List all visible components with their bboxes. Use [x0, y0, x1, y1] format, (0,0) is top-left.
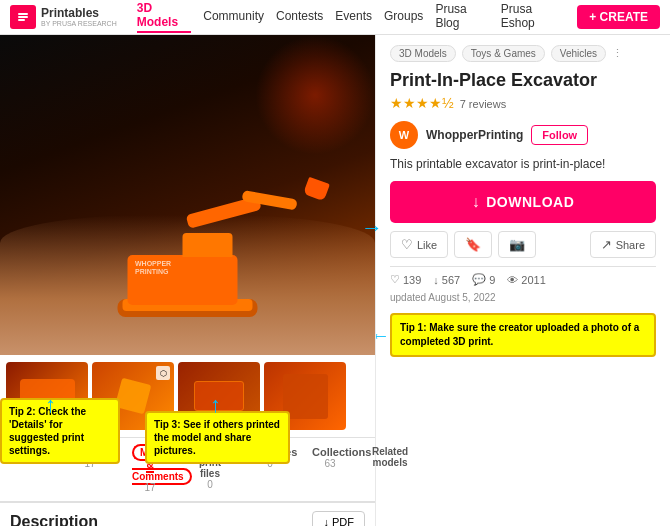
cyan-arrow-tip1-left: ←: [375, 321, 390, 349]
author-name[interactable]: WhopperPrinting: [426, 128, 523, 142]
follow-button[interactable]: Follow: [531, 125, 588, 145]
nav-3d-models[interactable]: 3D Models: [137, 1, 192, 33]
tip3-box: Tip 3: See if others printed the model a…: [145, 411, 290, 464]
logo[interactable]: Printables BY PRUSA RESEARCH: [10, 5, 117, 29]
share-button[interactable]: ↗ Share: [590, 231, 656, 258]
views-count: 2011: [521, 274, 545, 286]
download-stat-icon: ↓: [433, 274, 439, 286]
comments-count: 9: [489, 274, 495, 286]
likes-stat: ♡ 139: [390, 273, 421, 286]
cyan-arrow-tip3: ↑: [210, 392, 221, 418]
nav-events[interactable]: Events: [335, 9, 372, 25]
heart-icon: ♡: [401, 237, 413, 252]
pdf-button[interactable]: ↓ PDF: [312, 511, 365, 526]
svg-rect-2: [18, 19, 25, 21]
tip1-box: Tip 1: Make sure the creator uploaded a …: [390, 313, 656, 357]
breadcrumbs: 3D Models Toys & Games Vehicles ⋮: [390, 45, 656, 62]
description-area: Description ↓ PDF Introducing the print-…: [0, 503, 375, 526]
author-row: W WhopperPrinting Follow: [390, 121, 656, 149]
left-panel: WHOPPERPRINTING →: [0, 35, 375, 526]
star-rating: ★★★★½: [390, 95, 454, 111]
nav-prusa-blog[interactable]: Prusa Blog: [435, 2, 488, 32]
prusa-icon: [15, 9, 31, 25]
downloads-count: 567: [442, 274, 460, 286]
tab-related-models[interactable]: Related models: [360, 438, 420, 501]
download-button[interactable]: ↓ DOWNLOAD: [390, 181, 656, 223]
share-icon: ↗: [601, 237, 612, 252]
author-avatar: W: [390, 121, 418, 149]
stats-row: ♡ 139 ↓ 567 💬 9 👁 2011: [390, 273, 656, 286]
tip2-box: Tip 2: Check the 'Details' for suggested…: [0, 398, 120, 464]
navigation: Printables BY PRUSA RESEARCH 3D Models C…: [0, 0, 670, 35]
logo-text: Printables BY PRUSA RESEARCH: [41, 7, 117, 28]
bookmark-button[interactable]: 🔖: [454, 231, 492, 258]
main-product-image[interactable]: WHOPPERPRINTING: [0, 35, 375, 355]
cyan-arrow-tip1: →: [361, 215, 383, 241]
svg-rect-0: [18, 13, 28, 15]
download-label: DOWNLOAD: [486, 194, 574, 210]
stats-separator: [390, 266, 656, 267]
views-stat: 👁 2011: [507, 274, 545, 286]
description-header: Description ↓ PDF: [10, 511, 365, 526]
nav-groups[interactable]: Groups: [384, 9, 423, 25]
tab-collections[interactable]: Collections 63: [300, 438, 360, 501]
action-row: ♡ Like 🔖 📷 ↗ Share: [390, 231, 656, 258]
heart-stat-icon: ♡: [390, 273, 400, 286]
logo-icon: [10, 5, 36, 29]
share-label: Share: [616, 239, 645, 251]
product-title: Print-In-Place Excavator: [390, 70, 656, 91]
product-tagline: This printable excavator is print-in-pla…: [390, 157, 656, 171]
cyan-arrow-tip2: ↑: [45, 392, 56, 418]
comment-stat-icon: 💬: [472, 273, 486, 286]
updated-text: updated August 5, 2022: [390, 292, 656, 303]
nav-contests[interactable]: Contests: [276, 9, 323, 25]
tip1-text: Make sure the creator uploaded a photo o…: [400, 322, 639, 347]
breadcrumb-3d-models[interactable]: 3D Models: [390, 45, 456, 62]
create-button[interactable]: + CREATE: [577, 5, 660, 29]
downloads-stat: ↓ 567: [433, 274, 460, 286]
eye-stat-icon: 👁: [507, 274, 518, 286]
likes-count: 139: [403, 274, 421, 286]
nav-items: 3D Models Community Contests Events Grou…: [137, 1, 563, 33]
tip3-label: Tip 3:: [154, 419, 180, 430]
3d-box-icon: [115, 378, 152, 415]
breadcrumb-toys-games[interactable]: Toys & Games: [462, 45, 545, 62]
bookmark-icon: 🔖: [465, 237, 481, 252]
nav-prusa-eshop[interactable]: Prusa Eshop: [501, 2, 563, 32]
tip1-label: Tip 1:: [400, 322, 426, 333]
like-button[interactable]: ♡ Like: [390, 231, 448, 258]
breadcrumb-more-icon: ⋮: [612, 47, 623, 60]
reviews-count[interactable]: 7 reviews: [460, 98, 506, 110]
comments-stat: 💬 9: [472, 273, 495, 286]
like-label: Like: [417, 239, 437, 251]
description-title: Description: [10, 513, 98, 526]
camera-button[interactable]: 📷: [498, 231, 536, 258]
main-content: WHOPPERPRINTING →: [0, 35, 670, 526]
nav-community[interactable]: Community: [203, 9, 264, 25]
camera-icon: 📷: [509, 237, 525, 252]
tip2-label: Tip 2:: [9, 406, 35, 417]
breadcrumb-vehicles[interactable]: Vehicles: [551, 45, 606, 62]
thumb-icon-2: ⬡: [156, 366, 170, 380]
svg-rect-1: [18, 16, 28, 18]
download-arrow-icon: ↓: [472, 193, 481, 211]
